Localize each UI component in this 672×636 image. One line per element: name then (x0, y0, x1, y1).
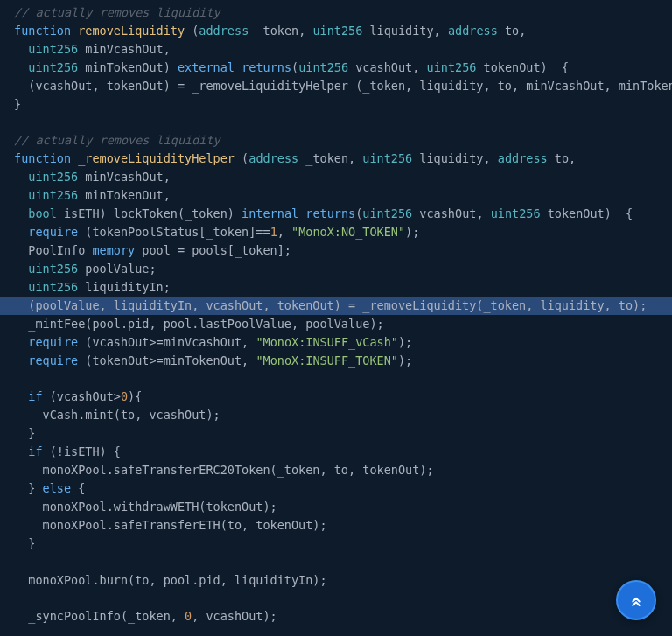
highlighted-line: (poolValue, liquidityIn, vcashOut, token… (0, 297, 672, 315)
code-text: (vcashOut, tokenOut) = _removeLiquidityH… (14, 79, 672, 93)
func-removeLiquidityHelper: _removeLiquidityHelper (78, 151, 234, 165)
kw-function: function (14, 24, 71, 38)
comment: // actually removes liquidity (14, 5, 220, 19)
chevron-up-icon (628, 592, 644, 608)
scroll-to-top-button[interactable] (616, 580, 656, 620)
code-block: // actually removes liquidity function r… (14, 3, 672, 626)
comment: // actually removes liquidity (14, 133, 220, 147)
func-removeLiquidity: removeLiquidity (78, 24, 185, 38)
